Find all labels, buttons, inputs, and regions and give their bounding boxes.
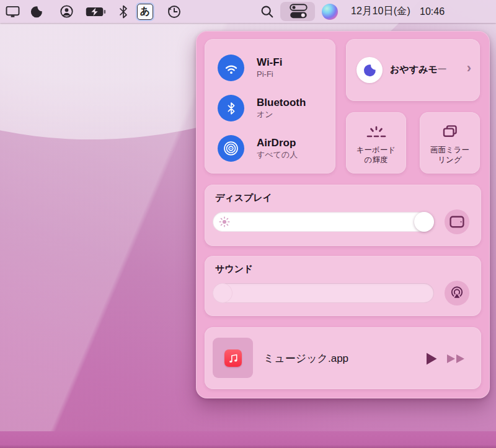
screen-mirroring-label: 画面ミラー リング <box>420 145 480 165</box>
bluetooth-toggle[interactable]: Bluetooth オン <box>218 95 329 121</box>
play-button[interactable] <box>425 352 438 366</box>
siri-icon[interactable] <box>321 0 339 23</box>
airplay-audio-button[interactable] <box>445 281 469 305</box>
menu-bar: あ 12月10日( <box>0 0 496 23</box>
wifi-label: Wi-Fi <box>257 56 282 69</box>
display-settings-button[interactable] <box>445 209 469 234</box>
wallpaper-bottom-strip <box>0 431 496 448</box>
display-section-label: ディスプレイ <box>215 192 272 204</box>
menu-bar-date: 12月10日(金) <box>351 5 410 18</box>
moon-icon <box>363 63 377 77</box>
airdrop-text: AirDrop すべての人 <box>257 136 298 160</box>
music-app-icon <box>224 349 242 367</box>
wifi-text: Wi-Fi Pi-Fi <box>257 56 282 80</box>
airdrop-status: すべての人 <box>257 150 298 160</box>
input-source-badge: あ <box>137 4 153 20</box>
brightness-slider-knob[interactable] <box>414 212 434 232</box>
keyboard-brightness-label: キーボード の輝度 <box>346 145 406 165</box>
volume-slider[interactable] <box>213 283 434 303</box>
focus-label: おやすみモー <box>390 64 464 76</box>
wifi-status: Pi-Fi <box>257 69 282 80</box>
airdrop-label: AirDrop <box>257 136 298 149</box>
airdrop-icon <box>218 135 244 162</box>
menu-bar-clock[interactable]: 12月10日(金) 10:46 <box>351 0 481 23</box>
control-center-panel: Wi-Fi Pi-Fi Bluetooth オン <box>196 31 490 398</box>
sun-icon <box>218 216 231 231</box>
bluetooth-icon <box>218 95 244 121</box>
display-card: ディスプレイ <box>205 185 481 246</box>
desktop: あ 12月10日( <box>0 0 496 448</box>
focus-label-fade: ー <box>438 64 447 74</box>
screen-mirroring-line1: 画面ミラー <box>420 145 480 155</box>
screen-mirroring-icon <box>420 121 480 143</box>
bluetooth-text: Bluetooth オン <box>257 96 306 120</box>
control-center-icon[interactable] <box>289 0 308 23</box>
music-card: ミュージック.app <box>205 327 481 389</box>
keyboard-brightness-line1: キーボード <box>346 145 406 155</box>
battery-charging-icon[interactable] <box>84 0 107 23</box>
siri-orb <box>322 4 338 20</box>
focus-moon-badge <box>356 57 383 83</box>
wifi-icon <box>218 55 244 81</box>
keyboard-brightness-card[interactable]: キーボード の輝度 <box>346 112 406 173</box>
menu-bar-time: 10:46 <box>420 6 445 17</box>
bluetooth-menu-icon[interactable] <box>117 0 130 23</box>
focus-label-text: おやすみモ <box>390 64 438 74</box>
music-app-label: ミュージック.app <box>264 327 348 389</box>
focus-card[interactable]: おやすみモー › <box>346 39 480 101</box>
bluetooth-status: オン <box>257 110 306 120</box>
screen-mirroring-line2: リング <box>420 155 480 165</box>
input-source-icon[interactable]: あ <box>137 0 153 23</box>
keyboard-brightness-icon <box>346 121 406 143</box>
display-menu-icon[interactable] <box>4 0 20 23</box>
screen-mirroring-card[interactable]: 画面ミラー リング <box>420 112 480 173</box>
search-icon[interactable] <box>259 0 276 23</box>
sound-card: サウンド <box>205 256 481 316</box>
airdrop-toggle[interactable]: AirDrop すべての人 <box>218 135 329 162</box>
volume-slider-knob[interactable] <box>213 283 232 303</box>
sound-section-label: サウンド <box>215 263 253 275</box>
album-art-placeholder <box>213 338 253 378</box>
connectivity-card: Wi-Fi Pi-Fi Bluetooth オン <box>205 39 335 173</box>
moon-icon[interactable] <box>29 0 45 23</box>
user-switch-icon[interactable] <box>58 0 74 23</box>
skip-forward-button[interactable] <box>446 354 466 364</box>
time-machine-icon[interactable] <box>166 0 183 23</box>
brightness-slider[interactable] <box>213 212 434 232</box>
chevron-right-icon[interactable]: › <box>467 61 471 75</box>
bluetooth-label: Bluetooth <box>257 96 306 109</box>
keyboard-brightness-line2: の輝度 <box>346 155 406 165</box>
wifi-toggle[interactable]: Wi-Fi Pi-Fi <box>218 55 329 81</box>
